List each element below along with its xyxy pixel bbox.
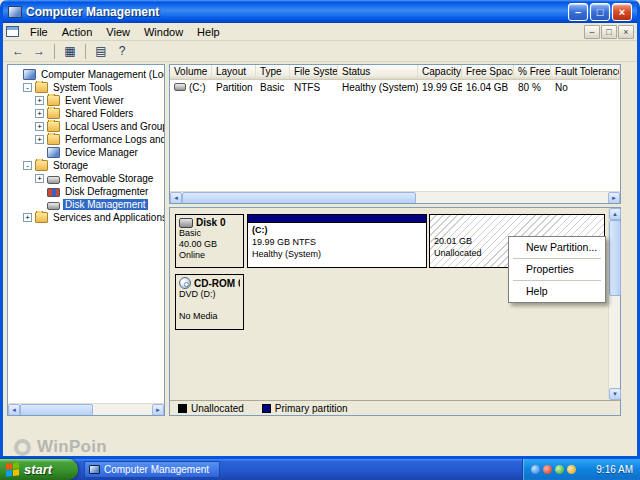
tree-toggle[interactable]: -: [23, 83, 32, 92]
tree-item-label: Removable Storage: [63, 173, 155, 184]
primary-partition-swatch-icon: [262, 404, 271, 413]
volume-list-horizontal-scrollbar[interactable]: ◄ ►: [170, 191, 620, 203]
titlebar[interactable]: Computer Management – □ ×: [3, 0, 637, 23]
export-list-button[interactable]: ▤: [91, 42, 111, 60]
mdi-minimize-button[interactable]: –: [584, 25, 600, 39]
back-button[interactable]: ←: [8, 42, 28, 60]
column-header-fault-tolerance[interactable]: Fault Tolerance: [551, 65, 620, 79]
tray-update-icon[interactable]: [567, 465, 576, 474]
tree-item-shared-folders[interactable]: + Shared Folders: [8, 107, 164, 120]
tree-item-services-and-applications[interactable]: + Services and Applications: [8, 211, 164, 224]
start-button[interactable]: start: [0, 459, 78, 480]
scroll-left-button[interactable]: ◄: [170, 192, 182, 204]
mdi-restore-button[interactable]: □: [601, 25, 617, 39]
scroll-right-button[interactable]: ►: [608, 192, 620, 204]
windows-flag-icon: [6, 462, 19, 476]
scroll-left-button[interactable]: ◄: [8, 404, 20, 416]
mdi-close-button[interactable]: ×: [618, 25, 634, 39]
tree-item-disk-management[interactable]: Disk Management: [8, 198, 164, 211]
minimize-button[interactable]: –: [568, 3, 588, 21]
status-cell: Healthy (System): [338, 82, 418, 93]
menu-action[interactable]: Action: [55, 25, 100, 39]
taskbar-task-computer-management[interactable]: Computer Management: [84, 461, 220, 478]
shared-folders-icon: [47, 108, 60, 119]
unallocated-swatch-icon: [178, 404, 187, 413]
window-controls: – □ ×: [568, 3, 632, 21]
help-button[interactable]: ?: [112, 42, 132, 60]
tree-item-label: Device Manager: [63, 147, 140, 158]
tree-horizontal-scrollbar[interactable]: ◄ ►: [8, 403, 164, 415]
tree-toggle[interactable]: +: [35, 109, 44, 118]
tree-toggle[interactable]: +: [35, 122, 44, 131]
taskbar-clock[interactable]: 9:16 AM: [596, 464, 633, 475]
tray-alert-icon[interactable]: [543, 465, 552, 474]
disk0-status: Online: [179, 250, 240, 261]
column-header-pct-free[interactable]: % Free: [514, 65, 551, 79]
volume-row-c[interactable]: (C:) Partition Basic NTFS Healthy (Syste…: [170, 80, 620, 94]
volume-list-header: Volume Layout Type File System Status Ca…: [170, 65, 620, 80]
start-label: start: [24, 462, 52, 477]
disk-view-vertical-scrollbar[interactable]: ▲ ▼: [608, 208, 620, 400]
tree-item-removable-storage[interactable]: + Removable Storage: [8, 172, 164, 185]
cdrom-drive: DVD (D:): [179, 289, 240, 300]
show-console-tree-button[interactable]: ▦: [60, 42, 80, 60]
menu-file[interactable]: File: [23, 25, 55, 39]
winpoin-watermark: WinPoin: [14, 437, 107, 457]
tree-toggle[interactable]: [11, 70, 20, 79]
tree-item-local-users-and-groups[interactable]: + Local Users and Groups: [8, 120, 164, 133]
tree-toggle[interactable]: [35, 200, 44, 209]
tree-toggle[interactable]: +: [35, 174, 44, 183]
tree-toggle[interactable]: [35, 148, 44, 157]
tree-toggle[interactable]: +: [23, 213, 32, 222]
tree-item-event-viewer[interactable]: + Event Viewer: [8, 94, 164, 107]
column-header-file-system[interactable]: File System: [290, 65, 338, 79]
scrollbar-thumb[interactable]: [20, 404, 93, 416]
cdrom-info-box[interactable]: CD-ROM 0 DVD (D:) No Media: [175, 274, 244, 330]
tree-item-label: Disk Management: [63, 199, 148, 210]
column-header-status[interactable]: Status: [338, 65, 418, 79]
context-menu-properties[interactable]: Properties: [511, 261, 603, 278]
scroll-down-button[interactable]: ▼: [609, 388, 621, 400]
maximize-button[interactable]: □: [590, 3, 610, 21]
tree-toggle[interactable]: -: [23, 161, 32, 170]
menu-window[interactable]: Window: [137, 25, 190, 39]
tree-toggle[interactable]: +: [35, 135, 44, 144]
column-header-free-space[interactable]: Free Space: [462, 65, 514, 79]
tray-network-icon[interactable]: [531, 465, 540, 474]
scroll-right-button[interactable]: ►: [152, 404, 164, 416]
partition-c-size: 19.99 GB NTFS: [252, 236, 422, 248]
show-console-tree-icon: ▦: [64, 44, 75, 58]
context-menu-separator: [513, 258, 601, 259]
scrollbar-thumb[interactable]: [609, 220, 621, 296]
menu-view[interactable]: View: [99, 25, 137, 39]
tree-item-device-manager[interactable]: Device Manager: [8, 146, 164, 159]
tree-toggle[interactable]: [35, 187, 44, 196]
scrollbar-track[interactable]: [182, 192, 608, 203]
column-header-capacity[interactable]: Capacity: [418, 65, 462, 79]
event-viewer-icon: [47, 95, 60, 106]
partition-c[interactable]: (C:) 19.99 GB NTFS Healthy (System): [247, 214, 427, 268]
context-menu-new-partition[interactable]: New Partition...: [511, 239, 603, 256]
column-header-layout[interactable]: Layout: [212, 65, 256, 79]
winpoin-logo-icon: [14, 439, 31, 456]
tree-item-disk-defragmenter[interactable]: Disk Defragmenter: [8, 185, 164, 198]
tree-toggle[interactable]: +: [35, 96, 44, 105]
tray-shield-icon[interactable]: [555, 465, 564, 474]
close-button[interactable]: ×: [612, 3, 632, 21]
disk0-info-box[interactable]: Disk 0 Basic 40.00 GB Online: [175, 214, 244, 268]
forward-button[interactable]: →: [29, 42, 49, 60]
column-header-volume[interactable]: Volume: [170, 65, 212, 79]
tree-item-storage[interactable]: - Storage: [8, 159, 164, 172]
scrollbar-track[interactable]: [20, 404, 152, 415]
tree-item-computer-management[interactable]: Computer Management (Local): [8, 68, 164, 81]
cd-rom-icon: [179, 277, 191, 289]
menu-help[interactable]: Help: [190, 25, 227, 39]
tree-item-performance-logs[interactable]: + Performance Logs and Alerts: [8, 133, 164, 146]
column-header-type[interactable]: Type: [256, 65, 290, 79]
scrollbar-thumb[interactable]: [182, 192, 416, 204]
context-menu-help[interactable]: Help: [511, 283, 603, 300]
tree-item-system-tools[interactable]: - System Tools: [8, 81, 164, 94]
disk0-size: 40.00 GB: [179, 239, 240, 250]
scrollbar-track[interactable]: [609, 220, 620, 388]
scroll-up-button[interactable]: ▲: [609, 208, 621, 220]
